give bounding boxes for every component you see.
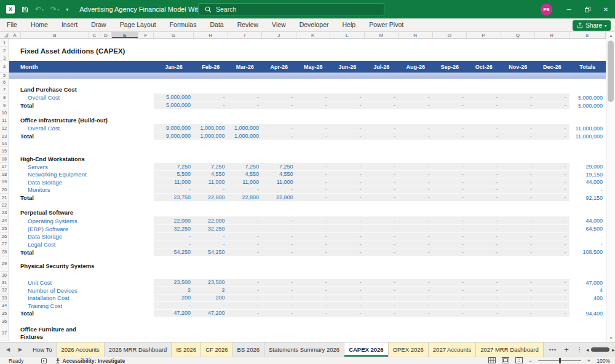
row-header-18[interactable]: 18 (0, 171, 9, 179)
row-header-26[interactable]: 26 (0, 233, 9, 241)
line-item-label[interactable]: Operating Systems (9, 218, 77, 224)
cell[interactable]: - (501, 186, 536, 194)
cell[interactable]: - (228, 302, 263, 310)
column-header-R[interactable]: R (535, 32, 569, 38)
sheet-tab-bs-2026[interactable]: BS 2026 (233, 342, 264, 357)
cell[interactable]: 4,550 (262, 171, 296, 179)
cell[interactable]: - (535, 295, 569, 303)
row-header-2[interactable]: 2 (0, 47, 9, 55)
cell[interactable]: - (501, 295, 536, 303)
cell[interactable]: - (433, 233, 467, 241)
row-header-10[interactable]: 10 (0, 109, 9, 116)
line-item-label[interactable]: Unit Cost (9, 279, 52, 286)
column-header-K[interactable]: K (296, 32, 331, 38)
cell[interactable]: - (296, 178, 331, 186)
cell[interactable]: - (399, 310, 433, 318)
line-item-label[interactable]: Networking Equipment (9, 171, 87, 178)
cell[interactable]: - (262, 225, 296, 233)
cell[interactable]: - (365, 248, 399, 256)
cell[interactable]: - (535, 163, 569, 171)
cell[interactable]: 94,400 (569, 310, 606, 318)
ribbon-tab-draw[interactable]: Draw (84, 18, 113, 31)
cell[interactable]: - (399, 302, 433, 310)
cell[interactable]: - (535, 178, 569, 186)
row-header-11[interactable]: 11 (0, 116, 9, 124)
macro-record-button[interactable] (41, 358, 47, 363)
row-header-8[interactable]: 8 (0, 93, 9, 101)
cell[interactable]: 5,000,000 (154, 101, 194, 109)
zoom-slider[interactable] (538, 360, 581, 361)
cell[interactable]: - (535, 216, 569, 225)
row-header-21[interactable]: 21 (0, 194, 9, 202)
sheet-nav-next-button[interactable]: ▶ (15, 347, 26, 352)
cell[interactable]: - (569, 302, 606, 310)
cell[interactable]: - (262, 240, 296, 248)
cell[interactable]: 22,800 (262, 194, 296, 202)
cell[interactable]: - (501, 178, 536, 186)
cell[interactable]: - (330, 132, 365, 140)
row-header-12[interactable]: 12 (0, 124, 9, 132)
cell[interactable]: - (433, 93, 467, 101)
cell[interactable]: - (535, 310, 569, 318)
cell[interactable]: - (467, 163, 501, 171)
cell[interactable]: - (433, 216, 467, 225)
cell[interactable]: - (262, 279, 296, 287)
row-header-23[interactable]: 23 (0, 209, 9, 216)
cell[interactable]: - (433, 240, 467, 248)
cell[interactable]: 2 (154, 287, 194, 295)
cell[interactable]: - (535, 186, 569, 194)
line-item-label[interactable]: Overall Cost (9, 94, 60, 101)
cell[interactable]: - (467, 287, 501, 295)
row-header-3[interactable]: 3 (0, 55, 9, 61)
row-header-1[interactable]: 1 (0, 39, 9, 47)
cell[interactable]: - (365, 233, 399, 241)
cell[interactable]: - (330, 124, 365, 132)
cell[interactable]: 11,000,000 (569, 124, 606, 132)
line-item-label[interactable]: Overall Cost (9, 125, 60, 132)
cell[interactable]: - (433, 178, 467, 186)
row-header-22[interactable]: 22 (0, 202, 9, 209)
cell[interactable]: - (296, 163, 331, 171)
cell[interactable]: 22,800 (228, 194, 263, 202)
row-header-5[interactable]: 5 (0, 73, 9, 79)
customize-quick-access-button[interactable]: ▾ (66, 7, 68, 12)
cell[interactable]: - (399, 240, 433, 248)
cell[interactable]: - (228, 93, 263, 101)
cell[interactable]: 23,750 (154, 194, 194, 202)
cell[interactable]: - (399, 287, 433, 295)
cell[interactable]: - (433, 132, 467, 140)
cell[interactable]: - (535, 240, 569, 248)
ribbon-tab-help[interactable]: Help (336, 18, 363, 31)
cell[interactable]: - (262, 216, 296, 225)
cell[interactable]: - (535, 194, 569, 202)
cell[interactable]: - (501, 233, 536, 241)
row-header-37[interactable]: 37 (0, 325, 9, 341)
row-header-4[interactable]: 4 (0, 61, 9, 73)
row-header-16[interactable]: 16 (0, 155, 9, 163)
cell[interactable]: - (296, 171, 331, 179)
view-page-layout-button[interactable] (502, 357, 509, 364)
cell[interactable]: - (365, 194, 399, 202)
cell[interactable]: - (399, 225, 433, 233)
total-row-label[interactable]: Total (9, 102, 34, 109)
cell[interactable]: 7,250 (194, 163, 228, 171)
cell[interactable]: - (228, 295, 263, 303)
column-header-G[interactable]: G (154, 32, 194, 38)
cell[interactable]: - (330, 93, 365, 101)
cell[interactable]: - (501, 279, 536, 287)
cell[interactable]: - (535, 279, 569, 287)
column-header-D[interactable]: D (100, 32, 112, 38)
row-header-32[interactable]: 32 (0, 287, 9, 295)
cell[interactable]: 4,550 (194, 171, 228, 179)
cell[interactable]: - (194, 302, 228, 310)
cell[interactable]: 11,000 (154, 178, 194, 186)
cell[interactable]: - (330, 233, 365, 241)
cell[interactable]: - (467, 178, 501, 186)
cell[interactable]: 54,250 (194, 248, 228, 256)
cell[interactable]: - (501, 101, 536, 109)
cell[interactable]: 7,250 (228, 163, 263, 171)
scroll-left-arrow[interactable]: ◂ (586, 347, 589, 353)
cell[interactable]: 5,000,000 (569, 93, 606, 101)
cell[interactable]: - (154, 302, 194, 310)
cell[interactable]: 23,500 (194, 279, 228, 287)
